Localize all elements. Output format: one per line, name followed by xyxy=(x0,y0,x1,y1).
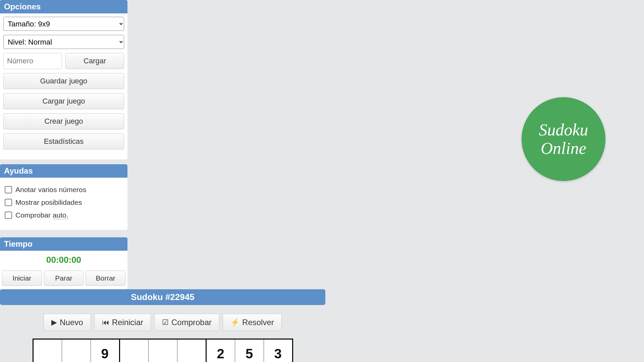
time-header: Tiempo xyxy=(0,237,127,251)
create-game-button[interactable]: Crear juego xyxy=(3,113,124,129)
level-select[interactable]: Nivel: Normal xyxy=(3,35,124,49)
sudoku-board[interactable]: 9253563843725588425263645756824 xyxy=(33,339,293,362)
checkbox-label: Comprobar auto. xyxy=(15,211,68,219)
sudoku-cell[interactable]: 3 xyxy=(264,339,292,362)
checkbox-label: Mostrar posibilidades xyxy=(15,198,82,206)
checkbox-icon xyxy=(5,199,12,206)
badge-line2: Online xyxy=(541,139,586,158)
checkbox-label: Anotar varios números xyxy=(15,186,86,194)
load-button[interactable]: Cargar xyxy=(65,53,124,69)
sudoku-cell[interactable] xyxy=(148,339,177,362)
checkbox-auto-check[interactable]: Comprobar auto. xyxy=(5,211,123,219)
size-select[interactable]: Tamaño: 9x9 xyxy=(3,17,124,31)
sudoku-cell[interactable]: 2 xyxy=(206,339,235,362)
badge-line1: Sudoku xyxy=(539,121,588,139)
check-button-label: Comprobar xyxy=(171,318,212,327)
checkbox-icon xyxy=(5,186,12,193)
new-button[interactable]: ▶ Nuevo xyxy=(44,314,91,331)
logo-badge: Sudoku Online xyxy=(522,97,605,181)
sudoku-cell[interactable] xyxy=(62,339,91,362)
sudoku-cell[interactable] xyxy=(33,339,62,362)
checkbox-multi-notes[interactable]: Anotar varios números xyxy=(5,186,123,194)
timer-start-button[interactable]: Iniciar xyxy=(2,270,42,286)
new-button-label: Nuevo xyxy=(60,318,83,327)
toolbar: ▶ Nuevo ⏮ Reiniciar ☑ Comprobar ⚡ Resolv… xyxy=(0,314,325,331)
restart-icon: ⏮ xyxy=(102,319,109,326)
solve-button[interactable]: ⚡ Resolver xyxy=(223,314,282,331)
stats-button[interactable]: Estadísticas xyxy=(3,133,124,149)
restart-button-label: Reiniciar xyxy=(112,318,143,327)
timer-stop-button[interactable]: Parar xyxy=(44,270,84,286)
options-header: Opciones xyxy=(0,0,127,13)
bolt-icon: ⚡ xyxy=(230,319,239,326)
sudoku-cell[interactable]: 9 xyxy=(91,339,119,362)
number-input[interactable] xyxy=(3,53,62,69)
timer-clear-button[interactable]: Borrar xyxy=(86,270,125,286)
checkbox-icon xyxy=(5,212,12,219)
helps-body: Anotar varios números Mostrar posibilida… xyxy=(0,178,127,230)
time-display: 00:00:00 xyxy=(0,251,127,270)
sudoku-cell[interactable] xyxy=(177,339,206,362)
restart-button[interactable]: ⏮ Reiniciar xyxy=(94,314,151,331)
solve-button-label: Resolver xyxy=(242,318,274,327)
check-icon: ☑ xyxy=(162,319,169,326)
sudoku-cell[interactable] xyxy=(119,339,148,362)
save-game-button[interactable]: Guardar juego xyxy=(3,73,124,89)
sudoku-cell[interactable]: 5 xyxy=(235,339,264,362)
checkbox-show-possibilities[interactable]: Mostrar posibilidades xyxy=(5,198,123,206)
check-button[interactable]: ☑ Comprobar xyxy=(154,314,219,331)
helps-header: Ayudas xyxy=(0,164,127,178)
load-game-button[interactable]: Cargar juego xyxy=(3,93,124,109)
play-icon: ▶ xyxy=(51,319,57,326)
options-body: Tamaño: 9x9 Nivel: Normal Cargar Guardar… xyxy=(0,13,127,160)
time-body: 00:00:00 Iniciar Parar Borrar xyxy=(0,251,127,289)
puzzle-title: Sudoku #22945 xyxy=(0,289,325,305)
